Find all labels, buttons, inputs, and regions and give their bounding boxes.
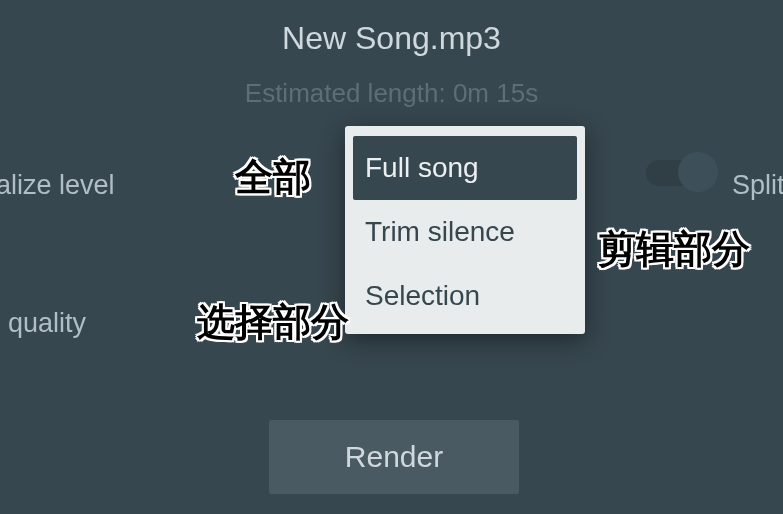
annotation-selection: 选择部分 xyxy=(197,297,349,348)
render-dialog: New Song.mp3 Estimated length: 0m 15s No… xyxy=(0,0,783,514)
popup-item-full-song[interactable]: Full song xyxy=(353,136,577,200)
annotation-full: 全部 xyxy=(235,152,311,203)
popup-item-trim-silence[interactable]: Trim silence xyxy=(345,200,585,264)
high-quality-label: High quality xyxy=(0,308,86,339)
render-button[interactable]: Render xyxy=(269,420,519,494)
song-title: New Song.mp3 xyxy=(0,20,783,57)
popup-item-selection[interactable]: Selection xyxy=(345,264,585,328)
annotation-trim: 剪辑部分 xyxy=(598,224,750,275)
split-toggle[interactable] xyxy=(646,160,708,186)
estimated-length: Estimated length: 0m 15s xyxy=(0,78,783,109)
split-label: Split r xyxy=(732,170,783,201)
normalize-level-label: Normalize level xyxy=(0,170,115,201)
render-mode-popup: Full song Trim silence Selection xyxy=(345,126,585,334)
